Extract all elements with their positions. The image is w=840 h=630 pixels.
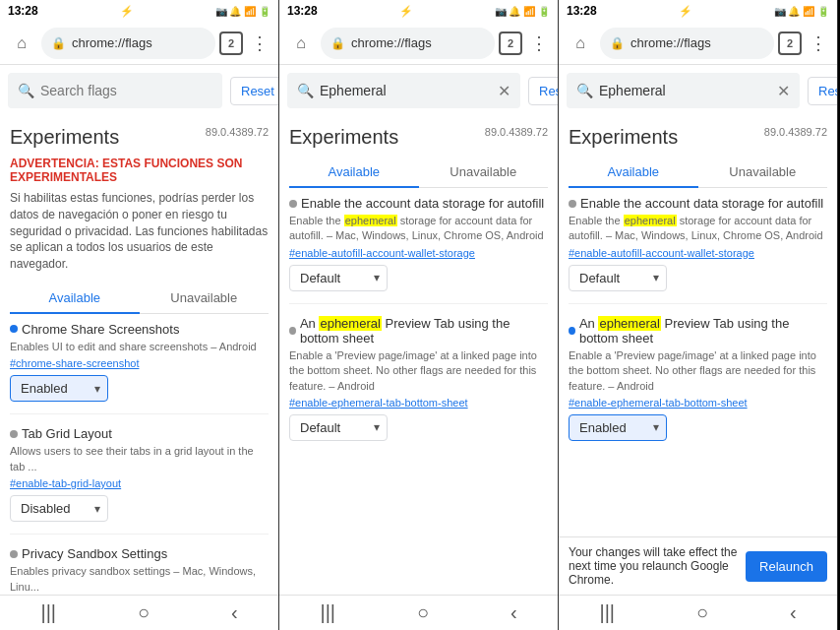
home-icon-2[interactable]: ⌂: [285, 28, 317, 59]
flag-link-3-1[interactable]: #enable-ephemeral-tab-bottom-sheet: [569, 397, 827, 409]
nav-back-icon-1[interactable]: ‹: [231, 601, 238, 624]
flag-item-3-1: An ephemeral Preview Tab using the botto…: [569, 316, 827, 453]
flag-title-row-2-1: An ephemeral Preview Tab using the botto…: [289, 316, 548, 346]
flag-select-1-1[interactable]: Disabled Default Enabled: [10, 495, 108, 522]
flag-select-1-0[interactable]: Enabled Default Disabled: [10, 375, 108, 402]
flag-name-2-1: An ephemeral Preview Tab using the botto…: [300, 316, 548, 346]
reset-all-btn-2[interactable]: Reset all: [528, 77, 559, 105]
experiments-version-2: 89.0.4389.72: [485, 126, 548, 138]
highlight-2-0: ephemeral: [344, 215, 397, 226]
tab-unavailable-3[interactable]: Unavailable: [698, 157, 828, 187]
flag-desc-1-2: Enables privacy sandbox settings – Mac, …: [10, 564, 269, 595]
home-icon-1[interactable]: ⌂: [6, 28, 37, 59]
search-bar-2: 🔍 ✕ Reset all: [279, 65, 558, 116]
flag-desc-1-0: Enables UI to edit and share screenshots…: [10, 340, 269, 354]
menu-icon-2[interactable]: ⋮: [526, 29, 552, 58]
tab-unavailable-2[interactable]: Unavailable: [419, 157, 549, 187]
flag-title-row-1-1: Tab Grid Layout: [10, 426, 269, 441]
tab-available-3[interactable]: Available: [569, 157, 698, 187]
page-content-3: Experiments 89.0.4389.72 Available Unava…: [559, 116, 837, 536]
flag-select-2-0[interactable]: Default Enabled Disabled: [289, 265, 388, 291]
nav-bars-icon-1[interactable]: |||: [40, 601, 56, 624]
lock-icon-2: 🔒: [330, 36, 345, 50]
flag-dot-2-0: [289, 200, 297, 208]
highlight-title-2-1: ephemeral: [319, 316, 381, 331]
nav-bars-icon-3[interactable]: |||: [599, 601, 615, 624]
experiments-title-3: Experiments: [569, 126, 678, 149]
flag-link-1-0[interactable]: #chrome-share-screenshot: [10, 357, 269, 369]
search-wrapper-2: 🔍 ✕: [287, 73, 520, 108]
highlight-title-3-1: ephemeral: [598, 316, 660, 331]
tab-count-3[interactable]: 2: [778, 32, 802, 55]
nav-bars-icon-2[interactable]: |||: [320, 601, 335, 624]
nav-back-icon-2[interactable]: ‹: [510, 601, 517, 624]
url-text-1: chrome://flags: [72, 35, 152, 50]
flag-title-row-3-0: Enable the account data storage for auto…: [569, 196, 827, 211]
time-3: 13:28: [567, 4, 597, 18]
flag-link-3-0[interactable]: #enable-autofill-account-wallet-storage: [569, 247, 827, 259]
flag-link-2-1[interactable]: #enable-ephemeral-tab-bottom-sheet: [289, 397, 548, 409]
page-content-1: Experiments 89.0.4389.72 ADVERTENCIA: ES…: [0, 116, 278, 595]
nav-back-icon-3[interactable]: ‹: [790, 601, 797, 624]
search-input-3[interactable]: [599, 83, 771, 98]
select-container-3-1: Enabled Default Disabled: [569, 414, 667, 441]
address-bar-2[interactable]: 🔒 chrome://flags: [321, 28, 495, 59]
tab-count-1[interactable]: 2: [219, 32, 243, 55]
chrome-toolbar-3: ⌂ 🔒 chrome://flags 2 ⋮: [559, 22, 837, 65]
search-input-1[interactable]: [40, 83, 212, 98]
nav-home-icon-3[interactable]: ○: [696, 601, 708, 624]
select-container-2-0: Default Enabled Disabled: [289, 265, 388, 291]
flag-select-3-0[interactable]: Default Enabled Disabled: [569, 265, 667, 291]
flag-desc-3-1: Enable a 'Preview page/image' at a linke…: [569, 348, 827, 394]
select-container-2-1: Default Enabled Disabled: [289, 414, 388, 441]
status-bar-2: 13:28 ⚡ 📷 🔔 📶 🔋: [279, 0, 558, 22]
flag-name-3-0: Enable the account data storage for auto…: [580, 196, 823, 211]
experiments-version-3: 89.0.4389.72: [764, 126, 827, 138]
tabs-row-1: Available Unavailable: [10, 283, 269, 314]
search-input-2[interactable]: [320, 83, 492, 98]
flag-title-row-1-0: Chrome Share Screenshots: [10, 322, 269, 337]
experiments-title-1: Experiments: [10, 126, 119, 149]
flag-name-1-1: Tab Grid Layout: [22, 426, 112, 441]
highlight-3-0: ephemeral: [624, 215, 677, 226]
lock-icon-3: 🔒: [610, 36, 625, 50]
tab-unavailable-1[interactable]: Unavailable: [140, 283, 270, 313]
flag-select-2-1[interactable]: Default Enabled Disabled: [289, 414, 388, 441]
flag-desc-3-0: Enable the ephemeral storage for account…: [569, 214, 827, 244]
flag-item-1-0: Chrome Share Screenshots Enables UI to e…: [10, 322, 269, 414]
url-text-2: chrome://flags: [351, 35, 432, 50]
tab-available-1[interactable]: Available: [10, 283, 140, 313]
time-2: 13:28: [287, 4, 318, 18]
menu-icon-3[interactable]: ⋮: [806, 29, 831, 58]
address-bar-3[interactable]: 🔒 chrome://flags: [600, 28, 774, 59]
clear-icon-3[interactable]: ✕: [777, 82, 790, 100]
lock-icon-1: 🔒: [51, 36, 66, 50]
reset-all-btn-1[interactable]: Reset all: [230, 77, 279, 105]
clear-icon-2[interactable]: ✕: [498, 82, 510, 100]
tab-available-2[interactable]: Available: [289, 157, 419, 187]
flag-select-3-1[interactable]: Enabled Default Disabled: [569, 414, 667, 441]
warning-text-1: ADVERTENCIA: ESTAS FUNCIONES SON EXPERIM…: [10, 157, 269, 184]
nav-bar-2: ||| ○ ‹: [279, 595, 558, 630]
address-bar-1[interactable]: 🔒 chrome://flags: [41, 28, 215, 59]
flag-select-wrapper-1-1: Disabled Default Enabled: [10, 495, 269, 522]
nav-home-icon-2[interactable]: ○: [417, 601, 429, 624]
relaunch-button-3[interactable]: Relaunch: [746, 551, 827, 582]
flag-title-row-1-2: Privacy Sandbox Settings: [10, 546, 269, 561]
menu-icon-1[interactable]: ⋮: [247, 29, 272, 58]
flag-link-2-0[interactable]: #enable-autofill-account-wallet-storage: [289, 247, 548, 259]
flag-name-3-1: An ephemeral Preview Tab using the botto…: [579, 316, 827, 346]
tab-count-2[interactable]: 2: [499, 32, 522, 55]
search-icon-2: 🔍: [297, 83, 314, 98]
flag-select-wrapper-3-0: Default Enabled Disabled: [569, 265, 827, 291]
lightning-icon-3: ⚡: [679, 5, 692, 18]
nav-home-icon-1[interactable]: ○: [138, 601, 150, 624]
flag-item-1-2: Privacy Sandbox Settings Enables privacy…: [10, 546, 269, 595]
home-icon-3[interactable]: ⌂: [565, 28, 596, 59]
flag-link-1-1[interactable]: #enable-tab-grid-layout: [10, 477, 269, 489]
flag-dot-3-1: [569, 327, 575, 335]
lightning-icon-1: ⚡: [120, 5, 134, 18]
reset-all-btn-3[interactable]: Reset all: [808, 77, 838, 105]
flag-select-wrapper-2-1: Default Enabled Disabled: [289, 414, 548, 441]
phone-panel-2: 13:28 ⚡ 📷 🔔 📶 🔋 ⌂ 🔒 chrome://flags 2 ⋮ 🔍…: [279, 0, 559, 630]
